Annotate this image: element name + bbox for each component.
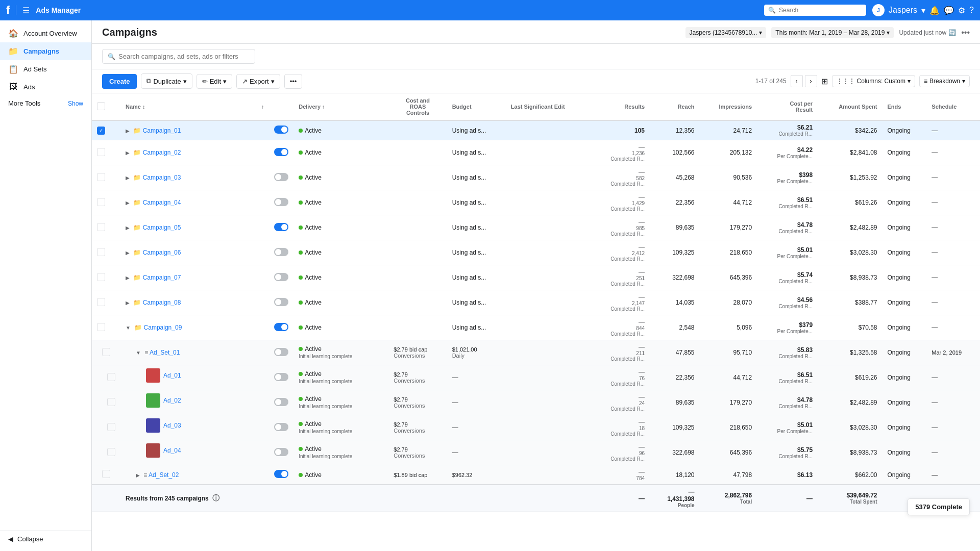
hamburger-menu-icon[interactable]: ☰ [22, 6, 30, 15]
th-schedule[interactable]: Schedule [926, 93, 980, 120]
expand-icon[interactable]: ▶ [126, 225, 130, 231]
campaign-name-link[interactable]: Campaign_02 [143, 149, 181, 156]
campaign-name-link[interactable]: Campaign_01 [143, 127, 181, 134]
date-range-selector[interactable]: This month: Mar 1, 2019 – Mar 28, 2019 ▾ [771, 27, 894, 38]
campaign-search-bar[interactable]: 🔍 [102, 49, 255, 64]
campaign-search-input[interactable] [118, 53, 250, 60]
sidebar-item-ads[interactable]: 🖼 Ads [0, 78, 91, 95]
toggle-cell[interactable] [269, 140, 293, 165]
campaign-toggle[interactable] [274, 198, 288, 206]
th-budget[interactable]: Budget [447, 93, 506, 120]
th-cost-per-result[interactable]: Cost perResult [757, 93, 818, 120]
th-reach[interactable]: Reach [650, 93, 700, 120]
messages-icon[interactable]: 💬 [944, 6, 954, 15]
amount-spent-cell: $342.26 [818, 120, 882, 140]
show-more-tools-link[interactable]: Show [68, 100, 83, 107]
campaign-toggle[interactable] [274, 126, 288, 134]
sidebar-item-campaigns[interactable]: 📁 Campaigns [0, 42, 91, 60]
results-cell: —582Completed R... [591, 165, 650, 190]
user-dropdown-icon[interactable]: ▾ [921, 6, 925, 15]
th-cost-roas[interactable]: Cost andROASControls [388, 93, 447, 120]
table-row: ▶ 📁 Campaign_07 Active Using ad s... —25… [92, 265, 980, 290]
sidebar-collapse-btn[interactable]: ◀ Collapse [0, 531, 91, 547]
grid-view-icon[interactable]: ⊞ [821, 77, 828, 86]
edit-button[interactable]: ✏ Edit ▾ [197, 74, 232, 89]
user-name[interactable]: Jaspers [889, 6, 917, 15]
adset-name-link[interactable]: Ad_Set_02 [149, 471, 179, 479]
duplicate-button[interactable]: ⧉ Duplicate ▾ [141, 73, 192, 89]
campaign-toggle[interactable] [274, 173, 288, 181]
campaign-toggle[interactable] [274, 298, 288, 306]
campaign-name-link[interactable]: Campaign_07 [143, 274, 181, 281]
campaign-name-link[interactable]: Campaign_06 [143, 249, 181, 256]
help-icon[interactable]: ? [969, 6, 974, 15]
ad-toggle[interactable] [274, 373, 288, 381]
row-checkbox[interactable]: ✓ [92, 120, 120, 140]
campaign-name-link[interactable]: Campaign_05 [143, 224, 181, 231]
ad-name-link[interactable]: Ad_02 [163, 397, 181, 404]
delivery-cell: Active [293, 190, 378, 215]
ad-toggle[interactable] [274, 398, 288, 406]
ad-toggle[interactable] [274, 423, 288, 431]
campaign-name-link[interactable]: Campaign_04 [143, 199, 181, 206]
ad-toggle[interactable] [274, 448, 288, 456]
th-amount-spent[interactable]: Amount Spent [818, 93, 882, 120]
next-page-button[interactable]: › [805, 75, 817, 87]
campaign-name-link[interactable]: Campaign_03 [143, 174, 181, 181]
th-last-edit[interactable]: Last Significant Edit [506, 93, 591, 120]
global-search[interactable]: 🔍 [764, 5, 866, 16]
account-selector[interactable]: Jaspers (12345678910... ▾ [685, 27, 767, 38]
refresh-icon[interactable]: 🔄 [948, 29, 956, 36]
campaign-toggle[interactable] [274, 323, 288, 331]
expand-icon[interactable]: ▶ [126, 128, 130, 134]
campaign-toggle[interactable] [274, 223, 288, 231]
th-sort1[interactable]: ↑ [256, 93, 270, 120]
adset-toggle[interactable] [274, 348, 288, 356]
th-impressions[interactable]: Impressions [700, 93, 757, 120]
ads-icon: 🖼 [8, 82, 18, 91]
export-button[interactable]: ↗ Export ▾ [236, 74, 280, 89]
th-delivery[interactable]: Delivery ↑ [293, 93, 378, 120]
table-row: ▶ 📁 Campaign_05 Active Using ad s... —98… [92, 215, 980, 240]
campaign-toggle[interactable] [274, 148, 288, 156]
campaign-toggle[interactable] [274, 273, 288, 281]
th-name[interactable]: Name ↕ [120, 93, 256, 120]
more-actions-button[interactable]: ••• [284, 74, 303, 89]
breakdown-button[interactable]: ≡ Breakdown ▾ [919, 75, 970, 87]
user-avatar[interactable]: J [872, 4, 885, 16]
toggle-cell[interactable] [269, 165, 293, 190]
create-button[interactable]: Create [102, 74, 137, 89]
toggle-cell[interactable] [269, 120, 293, 140]
expand-icon[interactable]: ▶ [126, 175, 130, 181]
toggle-cell[interactable] [269, 190, 293, 215]
row-checkbox[interactable] [92, 215, 120, 240]
adset-name-link[interactable]: Ad_Set_01 [150, 349, 180, 356]
campaign-name-link[interactable]: Campaign_09 [144, 324, 182, 331]
adset-toggle[interactable] [274, 470, 288, 478]
sidebar-item-ad-sets[interactable]: 📋 Ad Sets [0, 60, 91, 78]
results-info-icon[interactable]: ⓘ [212, 494, 219, 502]
campaign-name-link[interactable]: Campaign_08 [143, 299, 181, 306]
ad-name-link[interactable]: Ad_03 [163, 422, 181, 429]
expand-icon[interactable]: ▶ [126, 150, 130, 156]
expand-icon[interactable]: ▶ [126, 200, 130, 206]
ad-name-link[interactable]: Ad_01 [163, 372, 181, 379]
settings-icon[interactable]: ⚙ [958, 6, 965, 15]
toggle-cell[interactable] [269, 215, 293, 240]
columns-button[interactable]: ⋮⋮⋮ Columns: Custom ▾ [832, 75, 915, 87]
row-checkbox[interactable] [92, 190, 120, 215]
row-select-checkbox[interactable] [97, 148, 105, 156]
notifications-icon[interactable]: 🔔 [929, 6, 940, 15]
row-checkbox[interactable] [92, 165, 120, 190]
th-ends[interactable]: Ends [883, 93, 927, 120]
row-checkbox[interactable] [92, 140, 120, 165]
ad-name-link[interactable]: Ad_04 [163, 447, 181, 454]
sidebar-item-account-overview[interactable]: 🏠 Account Overview [0, 24, 91, 42]
select-all-checkbox[interactable] [97, 102, 105, 110]
th-results[interactable]: Results [591, 93, 650, 120]
expand-icon[interactable]: ▶ [126, 250, 130, 256]
global-search-input[interactable] [779, 7, 862, 14]
header-more-button[interactable]: ••• [961, 28, 970, 37]
prev-page-button[interactable]: ‹ [791, 75, 803, 87]
campaign-toggle[interactable] [274, 248, 288, 256]
